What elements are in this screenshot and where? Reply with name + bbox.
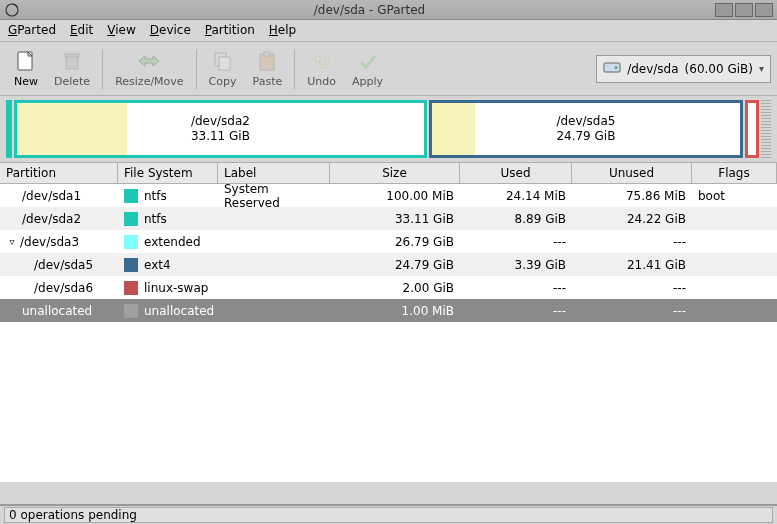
visual-handle[interactable] [761,100,771,158]
used-cell: --- [460,235,572,249]
app-icon [4,2,20,18]
paste-icon [255,49,279,73]
partition-name: /dev/sda5 [34,258,93,272]
table-row[interactable]: ▿/dev/sda3extended26.79 GiB------ [0,230,777,253]
minimize-button[interactable] [715,3,733,17]
fs-name: ntfs [144,189,167,203]
used-cell: 8.89 GiB [460,212,572,226]
partition-name: /dev/sda3 [20,235,79,249]
size-cell: 26.79 GiB [330,235,460,249]
fs-swatch [124,304,138,318]
used-cell: --- [460,304,572,318]
table-row[interactable]: /dev/sda1ntfsSystem Reserved100.00 MiB24… [0,184,777,207]
svg-rect-2 [66,57,78,69]
device-name: /dev/sda [627,62,678,76]
undo-button[interactable]: Undo [299,47,344,90]
fs-swatch [124,189,138,203]
close-button[interactable] [755,3,773,17]
unused-cell: --- [572,235,692,249]
delete-button[interactable]: Delete [46,47,98,90]
titlebar: /dev/sda - GParted [0,0,777,20]
svg-rect-8 [604,63,620,72]
visual-label: /dev/sda2 33.11 GiB [191,114,250,144]
col-used[interactable]: Used [460,163,572,183]
fs-swatch [124,258,138,272]
unused-cell: 24.22 GiB [572,212,692,226]
size-cell: 100.00 MiB [330,189,460,203]
device-size: (60.00 GiB) [685,62,753,76]
resize-icon [137,49,161,73]
visual-sda2[interactable]: /dev/sda2 33.11 GiB [14,100,427,158]
menu-view[interactable]: View [107,23,135,38]
col-size[interactable]: Size [330,163,460,183]
size-cell: 33.11 GiB [330,212,460,226]
toolbar: New Delete Resize/Move Copy Paste Undo A… [0,42,777,96]
window-title: /dev/sda - GParted [24,3,715,17]
svg-rect-7 [264,52,270,56]
fs-swatch [124,212,138,226]
unused-cell: 21.41 GiB [572,258,692,272]
table-header: Partition File System Label Size Used Un… [0,162,777,184]
toolbar-separator [196,49,197,89]
table-row[interactable]: /dev/sda6linux-swap2.00 GiB------ [0,276,777,299]
resize-button[interactable]: Resize/Move [107,47,191,90]
partition-table: /dev/sda1ntfsSystem Reserved100.00 MiB24… [0,184,777,482]
partition-name: /dev/sda1 [22,189,81,203]
copy-button[interactable]: Copy [201,47,245,90]
table-row[interactable]: /dev/sda5ext424.79 GiB3.39 GiB21.41 GiB [0,253,777,276]
used-cell: 3.39 GiB [460,258,572,272]
apply-icon [356,49,380,73]
toolbar-separator [294,49,295,89]
partition-name: /dev/sda2 [22,212,81,226]
fs-name: linux-swap [144,281,208,295]
new-button[interactable]: New [6,47,46,90]
chevron-down-icon: ▾ [759,63,764,74]
svg-point-9 [615,66,618,69]
visual-sda1[interactable] [6,100,12,158]
col-flags[interactable]: Flags [692,163,777,183]
partition-name: /dev/sda6 [34,281,93,295]
device-selector[interactable]: /dev/sda (60.00 GiB) ▾ [596,55,771,83]
menu-device[interactable]: Device [150,23,191,38]
unused-cell: --- [572,304,692,318]
menu-partition[interactable]: Partition [205,23,255,38]
new-icon [14,49,38,73]
visual-sda6[interactable] [745,100,759,158]
used-cell: --- [460,281,572,295]
table-row[interactable]: /dev/sda2ntfs33.11 GiB8.89 GiB24.22 GiB [0,207,777,230]
paste-button[interactable]: Paste [245,47,291,90]
undo-icon [310,49,334,73]
menubar: GParted Edit View Device Partition Help [0,20,777,42]
copy-icon [211,49,235,73]
size-cell: 2.00 GiB [330,281,460,295]
statusbar: 0 operations pending [0,504,777,524]
visual-label: /dev/sda5 24.79 GiB [556,114,615,144]
col-partition[interactable]: Partition [0,163,118,183]
delete-icon [60,49,84,73]
fs-name: unallocated [144,304,214,318]
menu-help[interactable]: Help [269,23,296,38]
menu-gparted[interactable]: GParted [8,23,56,38]
tree-expander-icon[interactable]: ▿ [6,236,18,247]
menu-edit[interactable]: Edit [70,23,93,38]
apply-button[interactable]: Apply [344,47,391,90]
fs-name: extended [144,235,201,249]
toolbar-separator [102,49,103,89]
partition-name: unallocated [22,304,92,318]
label-cell: System Reserved [218,184,330,210]
col-filesystem[interactable]: File System [118,163,218,183]
fs-name: ext4 [144,258,171,272]
unused-cell: --- [572,281,692,295]
used-cell: 24.14 MiB [460,189,572,203]
flags-cell: boot [692,189,777,203]
fs-swatch [124,235,138,249]
table-row[interactable]: unallocatedunallocated1.00 MiB------ [0,299,777,322]
partition-visual: /dev/sda2 33.11 GiB /dev/sda5 24.79 GiB [0,96,777,162]
size-cell: 24.79 GiB [330,258,460,272]
disk-icon [603,58,621,79]
col-label[interactable]: Label [218,163,330,183]
maximize-button[interactable] [735,3,753,17]
fs-name: ntfs [144,212,167,226]
visual-sda5[interactable]: /dev/sda5 24.79 GiB [429,100,743,158]
col-unused[interactable]: Unused [572,163,692,183]
